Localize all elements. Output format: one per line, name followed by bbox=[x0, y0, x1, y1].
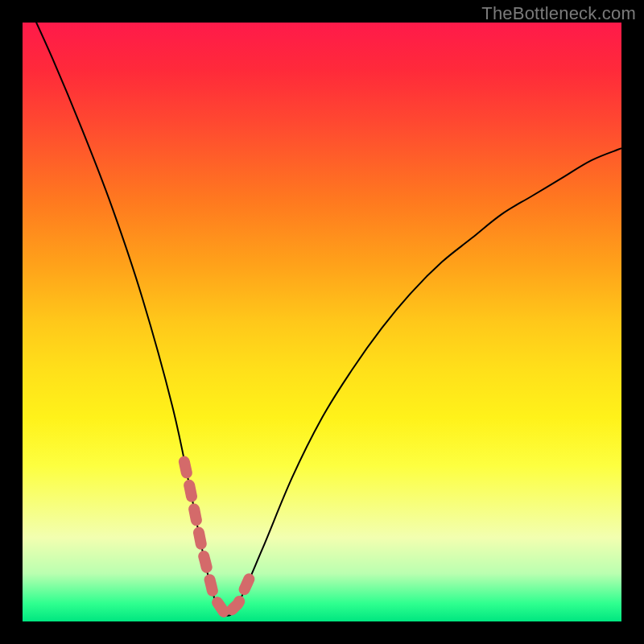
plot-area bbox=[23, 23, 621, 621]
curve-path bbox=[23, 23, 621, 616]
chart-frame: TheBottleneck.com bbox=[0, 0, 644, 644]
watermark-text: TheBottleneck.com bbox=[481, 3, 636, 24]
bottleneck-curve bbox=[23, 23, 621, 621]
highlight-segment bbox=[184, 462, 250, 616]
